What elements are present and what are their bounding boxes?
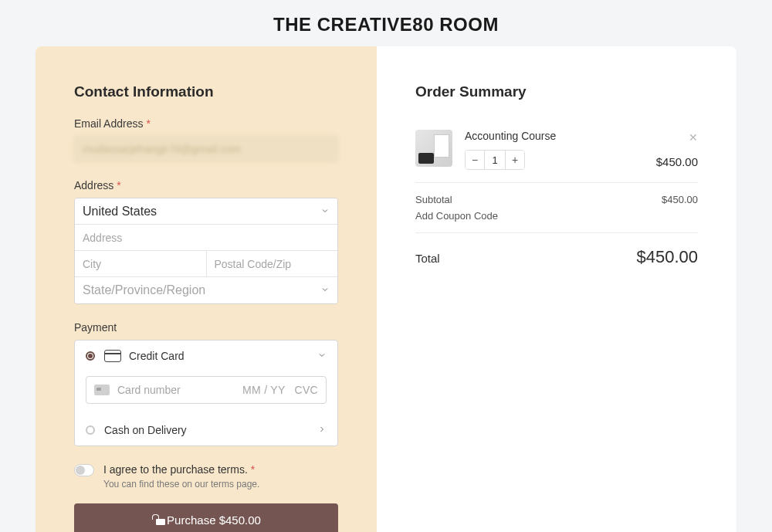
summary-item: Accounting Course − 1 + $450.00 ✕: [415, 117, 698, 183]
product-thumbnail: [415, 130, 452, 167]
mini-card-icon: [94, 385, 110, 395]
chevron-down-icon: [320, 283, 330, 297]
page-title: THE CREATIVE80 ROOM: [0, 0, 772, 46]
state-placeholder: State/Province/Region: [83, 283, 205, 297]
chevron-down-icon: [317, 349, 327, 363]
chevron-down-icon: [320, 205, 330, 219]
country-value: United States: [83, 205, 157, 219]
payment-group: Payment Credit Card Card number MM /: [74, 321, 338, 446]
order-summary-heading: Order Summary: [415, 83, 698, 100]
address-label-text: Address: [74, 179, 113, 191]
total-label: Total: [415, 252, 440, 265]
postal-input[interactable]: [206, 251, 338, 277]
radio-unselected-icon: [86, 425, 95, 435]
purchase-button[interactable]: Purchase $450.00: [74, 503, 338, 532]
chevron-right-icon: [317, 423, 327, 437]
subtotal-section: Subtotal $450.00 Add Coupon Code: [415, 183, 698, 233]
payment-cod-row[interactable]: Cash on Delivery: [75, 415, 337, 446]
item-name: Accounting Course: [465, 130, 644, 142]
card-number-placeholder: Card number: [117, 384, 242, 396]
required-asterisk: *: [146, 117, 150, 130]
subtotal-value: $450.00: [662, 194, 698, 205]
card-input-row: Card number MM / YY CVC: [75, 371, 337, 415]
qty-value: 1: [484, 151, 506, 169]
right-panel: Order Summary Accounting Course − 1 + $4…: [377, 46, 736, 532]
terms-text: I agree to the purchase terms. *: [103, 463, 259, 476]
address-stack: United States State/Province/Region: [74, 198, 338, 304]
address-label: Address *: [74, 179, 338, 191]
terms-subtext: You can find these on our terms page.: [103, 479, 259, 490]
remove-item-button[interactable]: ✕: [689, 131, 698, 144]
terms-main-text: I agree to the purchase terms.: [103, 463, 248, 476]
required-asterisk: *: [251, 463, 255, 476]
state-select[interactable]: State/Province/Region: [75, 277, 337, 303]
country-select[interactable]: United States: [75, 198, 337, 225]
item-main: Accounting Course − 1 +: [465, 130, 644, 170]
cvc-placeholder: CVC: [295, 384, 318, 396]
email-label: Email Address *: [74, 117, 338, 130]
credit-card-icon: [104, 350, 121, 362]
item-price: $450.00: [656, 155, 698, 168]
quantity-stepper: − 1 +: [465, 150, 525, 170]
email-field[interactable]: [74, 136, 338, 162]
expiry-placeholder: MM / YY: [242, 384, 285, 396]
required-asterisk: *: [117, 179, 120, 191]
total-amount: $450.00: [636, 247, 698, 267]
payment-credit-card-row[interactable]: Credit Card: [75, 341, 337, 371]
card-number-input[interactable]: Card number MM / YY CVC: [86, 376, 327, 404]
email-group: Email Address *: [74, 117, 338, 162]
address-group: Address * United States: [74, 179, 338, 304]
payment-box: Credit Card Card number MM / YY CVC: [74, 340, 338, 446]
terms-toggle[interactable]: [74, 464, 94, 476]
subtotal-row: Subtotal $450.00: [415, 183, 698, 205]
email-label-text: Email Address: [74, 117, 143, 130]
qty-decrease-button[interactable]: −: [466, 151, 484, 169]
add-coupon-link[interactable]: Add Coupon Code: [415, 210, 698, 222]
terms-row: I agree to the purchase terms. * You can…: [74, 463, 338, 490]
total-row: Total $450.00: [415, 233, 698, 267]
subtotal-label: Subtotal: [415, 194, 452, 205]
left-panel: Contact Information Email Address * Addr…: [36, 46, 377, 532]
contact-heading: Contact Information: [74, 83, 338, 100]
cod-label: Cash on Delivery: [104, 424, 327, 436]
lock-icon: [151, 514, 161, 525]
checkout-container: Contact Information Email Address * Addr…: [36, 46, 736, 532]
credit-card-label: Credit Card: [129, 350, 327, 362]
address-input[interactable]: [75, 225, 337, 251]
purchase-button-label: Purchase $450.00: [167, 513, 261, 527]
radio-selected-icon: [86, 351, 95, 361]
payment-label: Payment: [74, 321, 338, 334]
qty-increase-button[interactable]: +: [506, 151, 524, 169]
city-input[interactable]: [75, 251, 206, 277]
